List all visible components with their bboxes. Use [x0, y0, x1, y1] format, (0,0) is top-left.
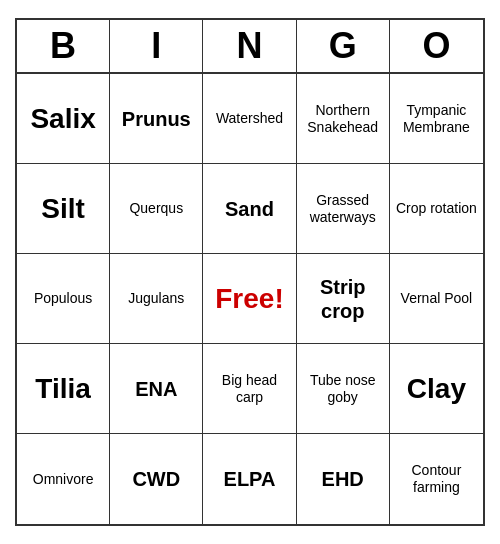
- bingo-cell-23: EHD: [297, 434, 390, 524]
- bingo-cell-9: Crop rotation: [390, 164, 483, 254]
- bingo-cell-5: Silt: [17, 164, 110, 254]
- bingo-cell-18: Tube nose goby: [297, 344, 390, 434]
- bingo-cell-11: Jugulans: [110, 254, 203, 344]
- bingo-cell-8: Grassed waterways: [297, 164, 390, 254]
- bingo-cell-16: ENA: [110, 344, 203, 434]
- header-letter-o: O: [390, 20, 483, 72]
- bingo-header: BINGO: [17, 20, 483, 74]
- bingo-cell-4: Tympanic Membrane: [390, 74, 483, 164]
- bingo-cell-7: Sand: [203, 164, 296, 254]
- bingo-cell-22: ELPA: [203, 434, 296, 524]
- header-letter-n: N: [203, 20, 296, 72]
- bingo-cell-17: Big head carp: [203, 344, 296, 434]
- bingo-cell-10: Populous: [17, 254, 110, 344]
- header-letter-b: B: [17, 20, 110, 72]
- bingo-cell-21: CWD: [110, 434, 203, 524]
- bingo-cell-0: Salix: [17, 74, 110, 164]
- bingo-cell-12: Free!: [203, 254, 296, 344]
- header-letter-g: G: [297, 20, 390, 72]
- bingo-cell-14: Vernal Pool: [390, 254, 483, 344]
- bingo-cell-15: Tilia: [17, 344, 110, 434]
- bingo-cell-24: Contour farming: [390, 434, 483, 524]
- bingo-cell-13: Strip crop: [297, 254, 390, 344]
- header-letter-i: I: [110, 20, 203, 72]
- bingo-cell-2: Watershed: [203, 74, 296, 164]
- bingo-cell-20: Omnivore: [17, 434, 110, 524]
- bingo-cell-1: Prunus: [110, 74, 203, 164]
- bingo-card: BINGO SalixPrunusWatershedNorthern Snake…: [15, 18, 485, 526]
- bingo-cell-19: Clay: [390, 344, 483, 434]
- bingo-grid: SalixPrunusWatershedNorthern SnakeheadTy…: [17, 74, 483, 524]
- bingo-cell-6: Querqus: [110, 164, 203, 254]
- bingo-cell-3: Northern Snakehead: [297, 74, 390, 164]
